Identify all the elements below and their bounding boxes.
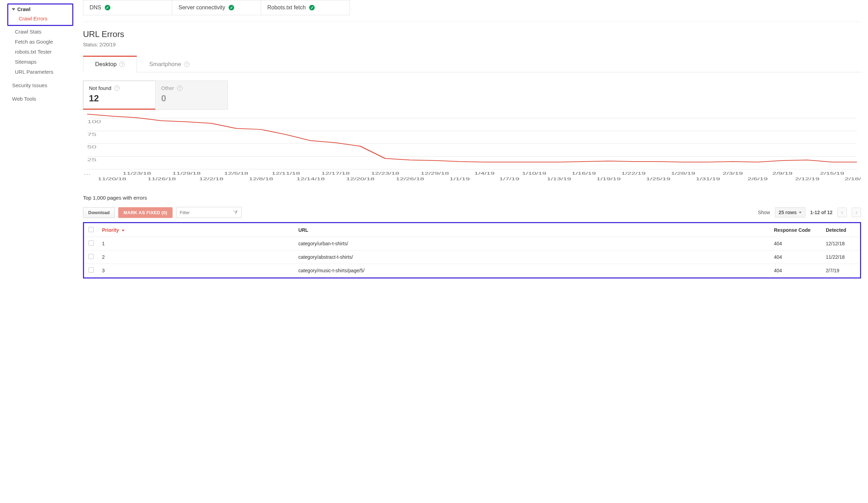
col-url[interactable]: URL bbox=[294, 223, 770, 237]
row-checkbox[interactable] bbox=[89, 240, 94, 246]
sort-desc-icon bbox=[122, 230, 124, 231]
col-detected[interactable]: Detected bbox=[822, 223, 860, 237]
svg-text:11/29/18: 11/29/18 bbox=[172, 172, 201, 176]
status-date: 2/20/19 bbox=[99, 42, 116, 47]
svg-text:100: 100 bbox=[87, 119, 101, 124]
status-card-server[interactable]: Server connectivity bbox=[172, 0, 261, 15]
site-status-cards: DNS Server connectivity Robots.txt fetch bbox=[83, 0, 861, 15]
filter-input[interactable] bbox=[180, 210, 228, 215]
svg-text:12/8/18: 12/8/18 bbox=[249, 177, 273, 181]
error-card-not-found[interactable]: Not found 12 bbox=[83, 81, 156, 110]
sidebar-item-fetch-as-google[interactable]: Fetch as Google bbox=[1, 37, 76, 47]
svg-text:11/20/18: 11/20/18 bbox=[98, 177, 126, 181]
svg-text:12/2/18: 12/2/18 bbox=[199, 177, 223, 181]
svg-text:11/23/18: 11/23/18 bbox=[123, 172, 151, 176]
row-checkbox[interactable] bbox=[89, 267, 94, 273]
divider bbox=[83, 21, 861, 22]
cell-detected: 2/7/19 bbox=[822, 264, 860, 277]
errors-table: Priority URL Response Code Detected 1cat… bbox=[84, 223, 860, 277]
svg-text:2/6/19: 2/6/19 bbox=[747, 177, 768, 181]
svg-text:2/9/19: 2/9/19 bbox=[772, 172, 793, 176]
caret-down-icon bbox=[799, 212, 802, 213]
help-icon[interactable] bbox=[177, 85, 183, 91]
table-row[interactable]: 1category/urban-t-shirts/40412/12/18 bbox=[84, 237, 860, 250]
error-card-label: Other bbox=[161, 85, 174, 91]
col-response-code[interactable]: Response Code bbox=[770, 223, 822, 237]
svg-text:25: 25 bbox=[87, 157, 96, 162]
svg-text:12/29/18: 12/29/18 bbox=[421, 172, 449, 176]
error-card-other[interactable]: Other 0 bbox=[155, 81, 228, 110]
tab-label: Smartphone bbox=[149, 61, 181, 68]
svg-text:12/17/18: 12/17/18 bbox=[321, 172, 350, 176]
table-row[interactable]: 2category/abstract-t-shirts/40411/22/18 bbox=[84, 250, 860, 264]
cell-response-code: 404 bbox=[770, 237, 822, 250]
download-button[interactable]: Download bbox=[83, 207, 115, 218]
svg-text:12/5/18: 12/5/18 bbox=[224, 172, 248, 176]
status-card-label: Robots.txt fetch bbox=[267, 4, 306, 11]
page-info: 1-12 of 12 bbox=[810, 210, 833, 215]
sidebar: Crawl Crawl Errors Crawl Stats Fetch as … bbox=[0, 0, 76, 285]
check-circle-icon bbox=[309, 5, 315, 10]
rows-label: 25 rows bbox=[779, 210, 797, 215]
svg-text:1/10/19: 1/10/19 bbox=[522, 172, 546, 176]
svg-text:1/4/19: 1/4/19 bbox=[474, 172, 495, 176]
error-card-count: 0 bbox=[161, 93, 222, 104]
main-content: DNS Server connectivity Robots.txt fetch… bbox=[76, 0, 868, 285]
svg-text:1/19/19: 1/19/19 bbox=[597, 177, 621, 181]
svg-text:11/26/18: 11/26/18 bbox=[147, 177, 176, 181]
sidebar-item-url-parameters[interactable]: URL Parameters bbox=[1, 67, 76, 77]
svg-text:12/26/18: 12/26/18 bbox=[396, 177, 424, 181]
svg-text:12/11/18: 12/11/18 bbox=[271, 172, 300, 176]
sidebar-item-crawl-stats[interactable]: Crawl Stats bbox=[1, 27, 76, 37]
sidebar-item-security-issues[interactable]: Security Issues bbox=[1, 80, 76, 90]
svg-text:1/16/19: 1/16/19 bbox=[572, 172, 596, 176]
error-type-cards: Not found 12 Other 0 bbox=[83, 81, 861, 110]
error-card-count: 12 bbox=[89, 93, 150, 104]
help-icon[interactable] bbox=[114, 85, 120, 91]
help-icon[interactable] bbox=[184, 62, 190, 67]
rows-per-page-select[interactable]: 25 rows bbox=[775, 207, 805, 218]
tab-smartphone[interactable]: Smartphone bbox=[137, 56, 202, 72]
sidebar-section-label: Crawl bbox=[17, 7, 30, 12]
cell-response-code: 404 bbox=[770, 250, 822, 264]
svg-text:1/13/19: 1/13/19 bbox=[547, 177, 571, 181]
svg-text:75: 75 bbox=[87, 132, 96, 137]
status-card-robots[interactable]: Robots.txt fetch bbox=[261, 0, 350, 15]
filter-input-wrap[interactable]: ⧩ bbox=[176, 207, 242, 218]
sidebar-section-crawl[interactable]: Crawl bbox=[10, 5, 70, 13]
svg-text:…: … bbox=[84, 172, 91, 176]
next-page-button[interactable]: › bbox=[852, 208, 861, 217]
device-tabs: Desktop Smartphone bbox=[83, 56, 861, 72]
select-all-checkbox[interactable] bbox=[89, 227, 94, 232]
cell-priority: 3 bbox=[98, 264, 294, 277]
sidebar-item-robots-tester[interactable]: robots.txt Tester bbox=[1, 47, 76, 57]
errors-table-highlight: Priority URL Response Code Detected 1cat… bbox=[83, 222, 861, 278]
status-line: Status: 2/20/19 bbox=[83, 42, 861, 47]
mark-as-fixed-button[interactable]: MARK AS FIXED (0) bbox=[118, 207, 173, 218]
sidebar-item-sitemaps[interactable]: Sitemaps bbox=[1, 57, 76, 67]
table-toolbar: Download MARK AS FIXED (0) ⧩ Show 25 row… bbox=[83, 207, 861, 218]
row-checkbox[interactable] bbox=[89, 254, 94, 259]
cell-url: category/urban-t-shirts/ bbox=[294, 237, 770, 250]
svg-text:50: 50 bbox=[87, 145, 96, 149]
svg-text:12/23/18: 12/23/18 bbox=[371, 172, 399, 176]
cell-response-code: 404 bbox=[770, 264, 822, 277]
svg-text:12/20/18: 12/20/18 bbox=[346, 177, 375, 181]
sidebar-item-web-tools[interactable]: Web Tools bbox=[1, 94, 76, 104]
svg-text:1/22/19: 1/22/19 bbox=[621, 172, 646, 176]
table-caption: Top 1,000 pages with errors bbox=[83, 195, 861, 201]
col-priority[interactable]: Priority bbox=[98, 223, 294, 237]
prev-page-button[interactable]: ‹ bbox=[837, 208, 847, 217]
help-icon[interactable] bbox=[119, 62, 125, 67]
svg-text:1/28/19: 1/28/19 bbox=[671, 172, 695, 176]
cell-priority: 2 bbox=[98, 250, 294, 264]
status-card-dns[interactable]: DNS bbox=[83, 0, 172, 15]
filter-icon: ⧩ bbox=[233, 209, 238, 216]
svg-text:1/31/19: 1/31/19 bbox=[696, 177, 720, 181]
table-row[interactable]: 3category/music-t-shirts/page/5/4042/7/1… bbox=[84, 264, 860, 277]
check-circle-icon bbox=[229, 5, 234, 10]
tab-desktop[interactable]: Desktop bbox=[83, 56, 137, 72]
caret-down-icon bbox=[12, 8, 15, 10]
sidebar-item-crawl-errors[interactable]: Crawl Errors bbox=[10, 13, 70, 24]
check-circle-icon bbox=[105, 5, 110, 10]
